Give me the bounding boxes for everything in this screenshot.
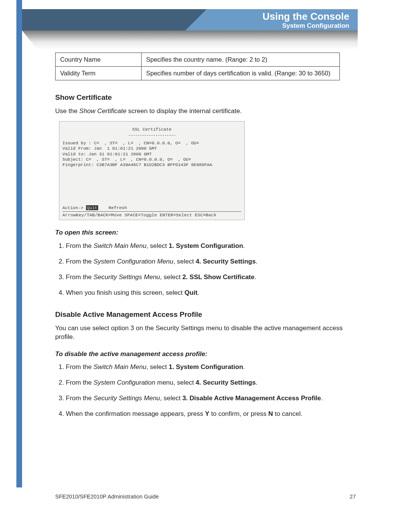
open-screen-steps: From the Switch Main Menu, select 1. Sys…: [55, 242, 356, 297]
param-label: Country Name: [56, 53, 142, 67]
disable-profile-intro: You can use select option 3 on the Secur…: [55, 324, 356, 342]
list-item: From the Switch Main Menu, select 1. Sys…: [66, 242, 356, 251]
terminal-body: Issued by : C= , ST= , L= , CN=0.0.0.0, …: [62, 141, 241, 205]
disable-profile-subheading: To disable the active management access …: [55, 350, 356, 359]
terminal-refresh: Refresh: [108, 205, 127, 210]
terminal-action-row: Action-> Quit Refresh: [62, 205, 241, 210]
footer-guide: SFE2010/SFE2010P Administration Guide: [55, 494, 159, 500]
table-row: Country Name Specifies the country name.…: [56, 53, 340, 67]
param-desc: Specifies number of days certification i…: [142, 67, 340, 80]
terminal-hint: ArrowKey/TAB/BACK=Move SPACE=Toggle ENTE…: [62, 212, 241, 217]
list-item: From the Security Settings Menu, select …: [66, 394, 356, 403]
terminal-divider: [62, 211, 241, 212]
page-footer: SFE2010/SFE2010P Administration Guide 27: [55, 494, 356, 500]
show-cert-intro: Use the Show Certificate screen to displ…: [55, 107, 356, 116]
terminal-quit: Quit: [86, 205, 98, 210]
list-item: From the Switch Main Menu, select 1. Sys…: [66, 363, 356, 372]
section-heading-disable-profile: Disable Active Management Access Profile: [55, 310, 356, 319]
param-desc: Specifies the country name. (Range: 2 to…: [142, 53, 340, 67]
main-content: Country Name Specifies the country name.…: [55, 53, 356, 425]
header-shadow: [22, 30, 358, 50]
parameters-table: Country Name Specifies the country name.…: [55, 53, 340, 80]
param-label: Validity Term: [56, 67, 142, 80]
list-item: From the System Configuration menu, sele…: [66, 379, 356, 387]
table-row: Validity Term Specifies number of days c…: [56, 67, 340, 80]
section-heading-show-certificate: Show Certificate: [55, 93, 356, 102]
ssl-certificate-terminal: SSL Certificate --------------------- Is…: [59, 121, 245, 220]
to-open-heading: To open this screen:: [55, 228, 356, 237]
terminal-rule: ---------------------: [62, 133, 241, 137]
list-item: From the System Configuration Menu, sele…: [66, 257, 356, 266]
list-item: When you finish using this screen, selec…: [66, 289, 356, 297]
footer-page: 27: [350, 494, 356, 500]
side-accent-bar: [16, 0, 22, 487]
disable-profile-steps: From the Switch Main Menu, select 1. Sys…: [55, 363, 356, 419]
page-header: Using the Console System Configuration: [22, 9, 358, 30]
page-subtitle: System Configuration: [22, 22, 349, 30]
page-title: Using the Console: [22, 11, 349, 21]
list-item: When the confirmation message appears, p…: [66, 410, 356, 419]
list-item: From the Security Settings Menu, select …: [66, 273, 356, 282]
terminal-title: SSL Certificate: [62, 127, 241, 132]
